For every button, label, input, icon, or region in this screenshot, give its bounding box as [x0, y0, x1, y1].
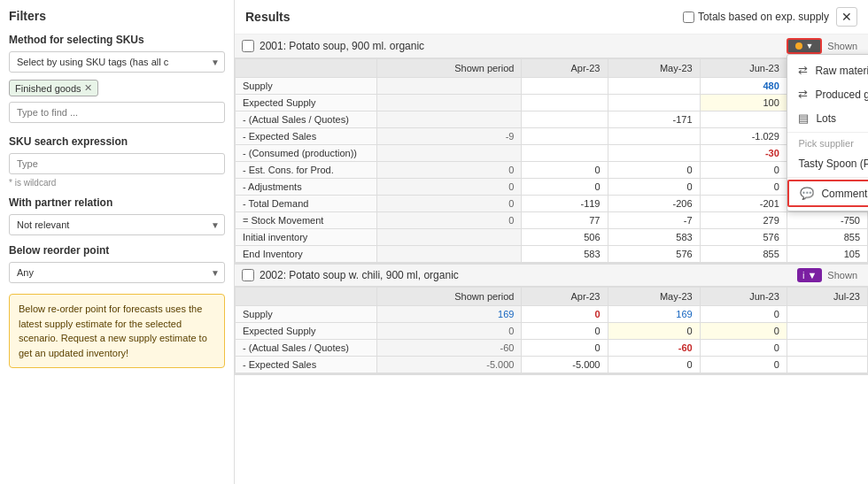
method-select[interactable]: Select by using SKU tags (has all c — [9, 51, 225, 73]
pick-supplier-label: Pick supplier — [787, 134, 868, 152]
totals-checkbox-label[interactable]: Totals based on exp. supply — [683, 11, 829, 23]
cell: -206 — [608, 196, 700, 212]
cell — [787, 357, 867, 373]
reorder-label: Below reorder point — [9, 244, 225, 257]
row-shown: 0 — [377, 323, 522, 340]
row-label: End Inventory — [236, 246, 377, 263]
table-row: - Expected Sales -5.000 -5.000 0 0 — [236, 357, 868, 373]
table-row: = Stock Movement 0 77 -7 279 -750 — [236, 212, 868, 229]
sku1-dropdown-menu: ⇄ Raw materials to this SKU ⇄ Produced g… — [787, 54, 868, 211]
cell: -119 — [522, 196, 608, 212]
cell: 0 — [700, 340, 787, 357]
sku2-header-row: Shown period Apr-23 May-23 Jun-23 Jul-23 — [236, 288, 868, 306]
dropdown-comments[interactable]: 💬 Comments (1) — [787, 180, 868, 207]
row-label: Initial inventory — [236, 229, 377, 246]
dropdown-supplier[interactable]: Tasty Spoon (Producer) — [787, 152, 868, 175]
cell-0: 0 — [522, 306, 608, 323]
table-row: Supply 169 0 169 0 — [236, 306, 868, 323]
row-label: - Expected Sales — [236, 357, 377, 373]
table-row: End Inventory 583 576 855 105 — [236, 246, 868, 263]
sku1-header-row: Shown period Apr-23 May-23 Jun-23 Jul-23 — [236, 59, 868, 78]
cell — [522, 78, 608, 95]
cell: 0 — [522, 340, 608, 357]
cell — [522, 111, 608, 128]
dropdown-divider — [787, 132, 868, 133]
cell: 0 — [700, 306, 787, 323]
row-label: - Total Demand — [236, 196, 377, 212]
cell: 0 — [608, 179, 700, 196]
row-shown: -9 — [377, 128, 522, 145]
dropdown-lots[interactable]: ▤ Lots — [787, 106, 868, 130]
row-shown: -60 — [377, 340, 522, 357]
row-label: - Adjustments — [236, 179, 377, 196]
cell: -7 — [608, 212, 700, 229]
type-to-find-input[interactable] — [9, 102, 225, 123]
table-row: Expected Supply 100 0 — [236, 95, 868, 111]
sku1-section: 2001: Potato soup, 900 ml. organic ▼ ⇄ R… — [235, 35, 868, 265]
sku-search-label: SKU search expression — [9, 135, 225, 148]
alert-text: Below re-order point for forecasts uses … — [19, 303, 207, 358]
col-jun23: Jun-23 — [700, 288, 787, 306]
row-label: Supply — [236, 78, 377, 95]
tag-remove-icon[interactable]: ✕ — [84, 82, 92, 94]
cell — [608, 128, 700, 145]
row-shown: -5.000 — [377, 357, 522, 373]
sku2-btn-icon: i — [802, 270, 804, 280]
sku1-checkbox[interactable] — [242, 40, 254, 52]
table-row: - Total Demand 0 -119 -206 -201 -750 — [236, 196, 868, 212]
totals-checkbox[interactable] — [683, 12, 694, 23]
col-jun23: Jun-23 — [700, 59, 787, 78]
partner-select[interactable]: Not relevant — [9, 214, 225, 235]
row-label: Expected Supply — [236, 323, 377, 340]
table-row: - (Actual Sales / Quotes) -171 — [236, 111, 868, 128]
comments-icon: 💬 — [800, 187, 814, 200]
row-label: - (Actual Sales / Quotes) — [236, 340, 377, 357]
cell — [787, 340, 867, 357]
method-select-wrapper: Select by using SKU tags (has all c ▼ — [9, 51, 225, 73]
row-shown — [377, 246, 522, 263]
totals-label: Totals based on exp. supply — [698, 11, 829, 23]
sku2-row: 2002: Potato soup w. chili, 900 ml, orga… — [235, 265, 868, 287]
row-label: - (Consumed (production)) — [236, 145, 377, 162]
row-shown: 0 — [377, 196, 522, 212]
dropdown-raw-materials[interactable]: ⇄ Raw materials to this SKU — [787, 58, 868, 82]
row-label: Supply — [236, 306, 377, 323]
sku2-btn-caret: ▼ — [807, 270, 817, 280]
tag-row: Finished goods ✕ — [9, 80, 225, 96]
col-shown-period: Shown period — [377, 288, 522, 306]
results-header-right: Totals based on exp. supply ✕ — [683, 7, 857, 27]
dropdown-produced-goods[interactable]: ⇄ Produced goods from this SKU — [787, 82, 868, 106]
sku-search-input[interactable] — [9, 153, 225, 174]
produced-goods-icon: ⇄ — [798, 88, 808, 101]
table-row: Initial inventory 506 583 576 855 — [236, 229, 868, 246]
reorder-select-wrapper: Any ▼ — [9, 262, 225, 283]
cell: 279 — [700, 212, 787, 229]
partner-label: With partner relation — [9, 196, 225, 209]
sku1-ctx-wrapper: ▼ ⇄ Raw materials to this SKU ⇄ Produced… — [787, 38, 822, 54]
cell: 855 — [787, 229, 867, 246]
produced-goods-label: Produced goods from this SKU — [815, 88, 868, 101]
cell: 576 — [608, 246, 700, 263]
supplier-name: Tasty Spoon (Producer) — [798, 157, 868, 170]
method-label: Method for selecting SKUs — [9, 34, 225, 46]
table-row: - Expected Sales -9 -1.029 -750 — [236, 128, 868, 145]
cell-480: 480 — [700, 78, 787, 95]
cell-30: -30 — [700, 145, 787, 162]
cell: 583 — [522, 246, 608, 263]
cell — [522, 128, 608, 145]
cell: 583 — [608, 229, 700, 246]
raw-materials-label: Raw materials to this SKU — [815, 65, 868, 77]
sku2-checkbox[interactable] — [242, 269, 254, 281]
cell: 0 — [608, 323, 700, 340]
dropdown-divider2 — [787, 177, 868, 178]
table-row: Expected Supply 0 0 0 0 — [236, 323, 868, 340]
cell: 506 — [522, 229, 608, 246]
col-may23: May-23 — [608, 59, 700, 78]
cell: -60 — [608, 340, 700, 357]
sku2-ctx-button[interactable]: i ▼ — [797, 268, 822, 282]
tag-label: Finished goods — [15, 83, 81, 94]
reorder-select[interactable]: Any — [9, 262, 225, 283]
close-button[interactable]: ✕ — [836, 7, 857, 27]
sku1-ctx-button[interactable]: ▼ — [787, 38, 822, 54]
cell — [787, 306, 867, 323]
